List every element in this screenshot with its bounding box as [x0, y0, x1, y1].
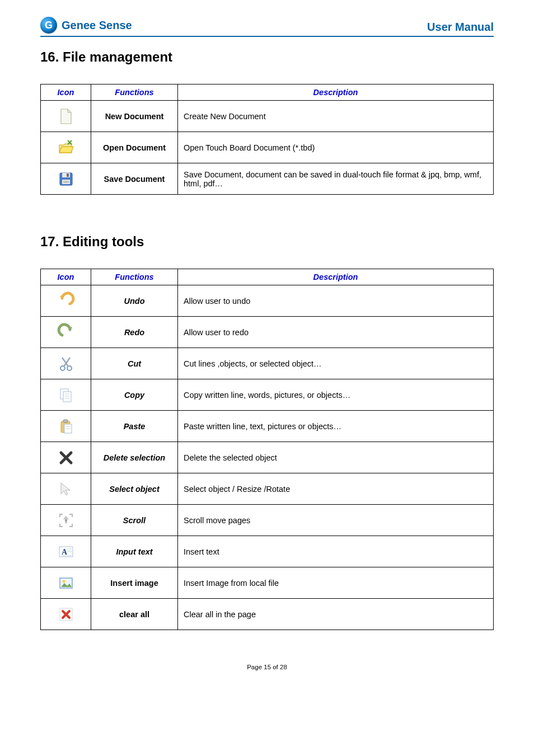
svg-rect-11 — [63, 392, 71, 402]
page-header: G Genee Sense User Manual — [40, 17, 494, 37]
desc-cell: Save Document, document can be saved in … — [178, 163, 494, 195]
col-header-icon: Icon — [41, 84, 91, 101]
brand-name: Genee Sense — [62, 19, 132, 32]
table-row: Copy Copy written line, words, pictures,… — [41, 379, 494, 411]
col-header-icon: Icon — [41, 269, 91, 285]
func-cell: Open Document — [91, 132, 178, 163]
paste-icon — [57, 417, 76, 436]
desc-cell: Select object / Resize /Rotate — [178, 473, 494, 505]
func-cell: Delete selection — [91, 442, 178, 473]
icon-cell — [41, 379, 91, 411]
brand: G Genee Sense — [40, 17, 132, 34]
svg-text:A: A — [62, 548, 68, 556]
table-row: Delete selection Delete the selected obj… — [41, 442, 494, 473]
open-document-icon — [57, 138, 76, 157]
icon-cell — [41, 411, 91, 442]
redo-icon — [57, 323, 76, 342]
page-number: Page 15 of 28 — [40, 664, 494, 670]
func-cell: Undo — [91, 285, 178, 317]
table-header-row: Icon Functions Description — [41, 269, 494, 285]
desc-cell: Cut lines ,objects, or selected object… — [178, 348, 494, 379]
table-row: Paste Paste written line, text, pictures… — [41, 411, 494, 442]
icon-cell — [41, 132, 91, 163]
input-text-icon: A — [57, 542, 76, 561]
table-row: Save Document Save Document, document ca… — [41, 163, 494, 195]
cut-icon — [57, 354, 76, 373]
table-row: Scroll Scroll move pages — [41, 505, 494, 536]
table-row: New Document Create New Document — [41, 101, 494, 132]
icon-cell — [41, 317, 91, 348]
col-header-description: Description — [178, 269, 494, 285]
col-header-functions: Functions — [91, 84, 178, 101]
table-row: A Input text Insert text — [41, 536, 494, 567]
desc-cell: Clear all in the page — [178, 599, 494, 630]
icon-cell — [41, 101, 91, 132]
table-row: Redo Allow user to redo — [41, 317, 494, 348]
desc-cell: Copy written line, words, pictures, or o… — [178, 379, 494, 411]
undo-icon — [57, 292, 76, 311]
func-cell: Copy — [91, 379, 178, 411]
desc-cell: Allow user to undo — [178, 285, 494, 317]
table-row: Select object Select object / Resize /Ro… — [41, 473, 494, 505]
table-row: Cut Cut lines ,objects, or selected obje… — [41, 348, 494, 379]
save-document-icon — [57, 170, 76, 189]
editing-tools-table: Icon Functions Description Undo Allow us… — [40, 269, 494, 630]
func-cell: clear all — [91, 599, 178, 630]
section-title-file-management: 16. File management — [40, 49, 494, 65]
new-document-icon — [57, 107, 76, 126]
table-row: Insert image Insert Image from local fil… — [41, 567, 494, 599]
clear-all-icon — [57, 605, 76, 624]
icon-cell — [41, 348, 91, 379]
icon-cell — [41, 285, 91, 317]
copy-icon — [57, 386, 76, 405]
icon-cell — [41, 473, 91, 505]
desc-cell: Insert text — [178, 536, 494, 567]
insert-image-icon — [57, 574, 76, 593]
desc-cell: Allow user to redo — [178, 317, 494, 348]
table-row: Undo Allow user to undo — [41, 285, 494, 317]
table-header-row: Icon Functions Description — [41, 84, 494, 101]
icon-cell: A — [41, 536, 91, 567]
func-cell: Insert image — [91, 567, 178, 599]
svg-rect-2 — [67, 173, 69, 177]
func-cell: Paste — [91, 411, 178, 442]
file-management-table: Icon Functions Description New Document … — [40, 84, 494, 195]
desc-cell: Paste written line, text, pictures or ob… — [178, 411, 494, 442]
delete-selection-icon — [57, 448, 76, 467]
table-row: Open Document Open Touch Board Document … — [41, 132, 494, 163]
desc-cell: Delete the selected object — [178, 442, 494, 473]
section-title-editing-tools: 17. Editing tools — [40, 234, 494, 250]
brand-logo-icon: G — [40, 17, 57, 34]
scroll-icon — [57, 511, 76, 530]
col-header-functions: Functions — [91, 269, 178, 285]
func-cell: Scroll — [91, 505, 178, 536]
icon-cell — [41, 442, 91, 473]
icon-cell — [41, 567, 91, 599]
desc-cell: Open Touch Board Document (*.tbd) — [178, 132, 494, 163]
func-cell: Redo — [91, 317, 178, 348]
func-cell: Save Document — [91, 163, 178, 195]
func-cell: Cut — [91, 348, 178, 379]
func-cell: New Document — [91, 101, 178, 132]
icon-cell — [41, 599, 91, 630]
func-cell: Input text — [91, 536, 178, 567]
desc-cell: Scroll move pages — [178, 505, 494, 536]
desc-cell: Insert Image from local file — [178, 567, 494, 599]
func-cell: Select object — [91, 473, 178, 505]
doc-label: User Manual — [427, 21, 494, 34]
col-header-description: Description — [178, 84, 494, 101]
svg-rect-16 — [63, 420, 68, 422]
select-object-icon — [57, 480, 76, 499]
svg-rect-3 — [62, 180, 70, 184]
svg-point-29 — [62, 580, 65, 583]
desc-cell: Create New Document — [178, 101, 494, 132]
table-row: clear all Clear all in the page — [41, 599, 494, 630]
svg-point-22 — [65, 519, 67, 522]
icon-cell — [41, 163, 91, 195]
icon-cell — [41, 505, 91, 536]
page-root: G Genee Sense User Manual 16. File manag… — [0, 0, 534, 693]
